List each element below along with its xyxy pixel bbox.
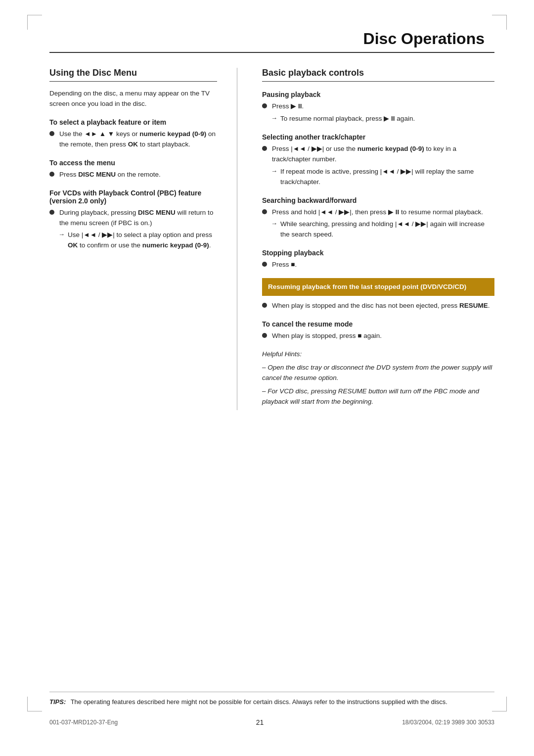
bullet-text-stopping: Press ■. <box>272 260 494 270</box>
bullet-text-access-menu: Press DISC MENU on the remote. <box>59 170 217 180</box>
bullet-resuming: When play is stopped and the disc has no… <box>262 301 494 311</box>
bullet-cancel-resume: When play is stopped, press ■ again. <box>262 331 494 341</box>
resuming-highlight-box: Resuming playback from the last stopped … <box>262 278 494 296</box>
bullet-dot-searching <box>262 209 267 214</box>
right-column: Basic playback controls Pausing playback… <box>262 68 494 410</box>
corner-tl <box>27 15 42 30</box>
footer: 001-037-MRD120-37-Eng 21 18/03/2004, 02:… <box>49 718 494 726</box>
bullet-text-track: Press |◄◄ / ▶▶| or use the numeric keypa… <box>272 144 494 165</box>
bullet-searching: Press and hold |◄◄ / ▶▶|, then press ▶ I… <box>262 207 494 218</box>
footer-page-number: 21 <box>256 718 264 726</box>
subsection-pbc: For VCDs with Playback Control (PBC) fea… <box>49 189 217 205</box>
left-column: Using the Disc Menu Depending on the dis… <box>49 68 237 410</box>
bullet-dot-resuming <box>262 303 267 308</box>
tips-text: The operating features described here mi… <box>71 698 447 706</box>
left-section-title: Using the Disc Menu <box>49 68 217 82</box>
page-title-area: Disc Operations <box>49 30 494 53</box>
bullet-dot-pausing <box>262 103 267 108</box>
content-columns: Using the Disc Menu Depending on the dis… <box>49 68 494 410</box>
tips-section: TIPS: The operating features described h… <box>49 692 494 707</box>
corner-bl <box>27 697 42 711</box>
bullet-pausing: Press ▶ II. <box>262 101 494 112</box>
tips-label: TIPS: <box>49 698 66 706</box>
subsection-stopping: Stopping playback <box>262 249 494 257</box>
bullet-dot-cancel-resume <box>262 333 267 338</box>
corner-tr <box>492 15 507 30</box>
arrow-searching: → While searching, pressing and holding … <box>271 219 494 240</box>
subsection-pausing: Pausing playback <box>262 91 494 98</box>
bullet-text-select-playback: Use the ◄► ▲ ▼ keys or numeric keypad (0… <box>59 129 217 150</box>
bullet-access-menu: Press DISC MENU on the remote. <box>49 170 217 180</box>
arrow-text-track: If repeat mode is active, pressing |◄◄ /… <box>280 167 494 188</box>
footer-left: 001-037-MRD120-37-Eng <box>49 719 118 726</box>
hint-2: – For VCD disc, pressing RESUME button w… <box>262 386 494 407</box>
arrow-track: → If repeat mode is active, pressing |◄◄… <box>271 167 494 188</box>
bullet-pbc: During playback, pressing DISC MENU will… <box>49 208 217 229</box>
subsection-select-track: Selecting another track/chapter <box>262 133 494 141</box>
arrow-text-pausing: To resume normal playback, press ▶ II ag… <box>280 114 494 124</box>
arrow-text-pbc: Use |◄◄ / ▶▶| to select a play option an… <box>68 230 217 251</box>
left-intro-text: Depending on the disc, a menu may appear… <box>49 89 217 109</box>
subsection-cancel-resume: To cancel the resume mode <box>262 320 494 328</box>
subsection-searching: Searching backward/forward <box>262 196 494 204</box>
footer-right: 18/03/2004, 02:19 3989 300 30533 <box>402 719 494 726</box>
helpful-hints: Helpful Hints: – Open the disc tray or d… <box>262 349 494 407</box>
bullet-stopping: Press ■. <box>262 260 494 270</box>
bullet-dot-2 <box>49 172 54 177</box>
resuming-highlight-text: Resuming playback from the last stopped … <box>268 283 466 290</box>
bullet-dot <box>49 131 54 136</box>
helpful-hints-label: Helpful Hints: <box>262 349 494 360</box>
bullet-dot-3 <box>49 210 54 215</box>
page-title: Disc Operations <box>49 30 485 48</box>
arrow-sym-searching: → <box>271 220 277 227</box>
arrow-text-searching: While searching, pressing and holding |◄… <box>280 219 494 240</box>
arrow-sym-track: → <box>271 167 277 175</box>
arrow-pbc: → Use |◄◄ / ▶▶| to select a play option … <box>58 230 217 251</box>
bullet-dot-track <box>262 146 267 151</box>
arrow-pausing: → To resume normal playback, press ▶ II … <box>271 114 494 124</box>
bullet-text-resuming: When play is stopped and the disc has no… <box>272 301 494 311</box>
subsection-access-menu: To access the menu <box>49 159 217 167</box>
bullet-text-pausing: Press ▶ II. <box>272 101 494 112</box>
bullet-text-cancel-resume: When play is stopped, press ■ again. <box>272 331 494 341</box>
bullet-select-playback: Use the ◄► ▲ ▼ keys or numeric keypad (0… <box>49 129 217 150</box>
page-container: Disc Operations Using the Disc Menu Depe… <box>0 0 534 756</box>
right-section-title: Basic playback controls <box>262 68 494 82</box>
arrow-sym-pbc: → <box>58 231 65 238</box>
bullet-text-pbc: During playback, pressing DISC MENU will… <box>59 208 217 229</box>
bullet-dot-stopping <box>262 262 267 267</box>
bullet-text-searching: Press and hold |◄◄ / ▶▶|, then press ▶ I… <box>272 207 494 218</box>
arrow-sym-pausing: → <box>271 114 277 122</box>
hint-1: – Open the disc tray or disconnect the D… <box>262 363 494 383</box>
subsection-select-playback: To select a playback feature or item <box>49 118 217 126</box>
bullet-select-track: Press |◄◄ / ▶▶| or use the numeric keypa… <box>262 144 494 165</box>
